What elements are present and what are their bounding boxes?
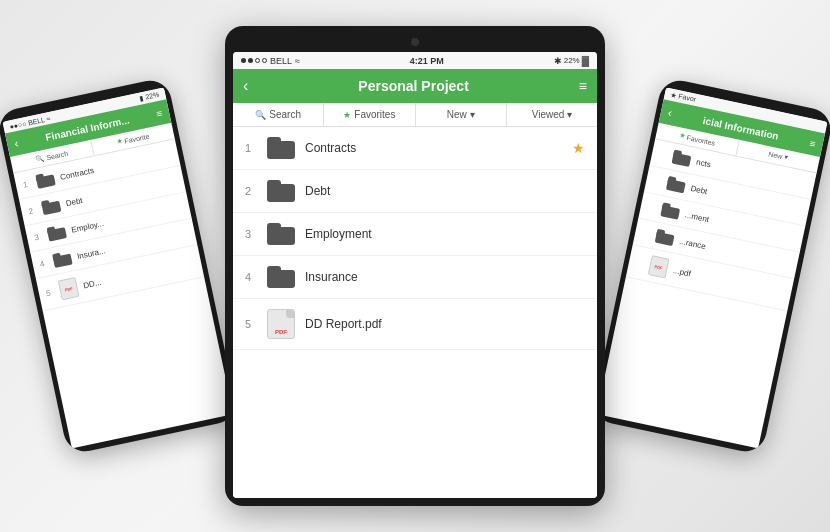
file-number: 1 (245, 142, 257, 154)
file-number: 2 (245, 185, 257, 197)
file-name: ncts (695, 157, 711, 169)
signal-dot-4 (262, 58, 267, 63)
list-item[interactable]: 4 Insurance (233, 256, 597, 299)
folder-icon (267, 223, 295, 245)
list-item[interactable]: 1 Contracts ★ (233, 127, 597, 170)
favorites-button[interactable]: ★ Favorites (324, 103, 415, 126)
new-button[interactable]: New ▾ (416, 103, 507, 126)
list-item[interactable]: 5 DD Report.pdf (233, 299, 597, 350)
file-name: ...ment (684, 210, 710, 224)
folder-icon (655, 229, 676, 246)
file-name: DD... (82, 277, 102, 290)
status-left: BELL ≈ (241, 56, 300, 66)
phone-left-file-list: 1 Contracts 2 Debt 3 Employ... 4 (14, 139, 234, 448)
signal-dot-2 (248, 58, 253, 63)
folder-icon (671, 150, 692, 167)
back-button[interactable]: ‹ (243, 77, 248, 95)
star-icon: ★ (678, 131, 686, 140)
status-bar: BELL ≈ 4:21 PM ✱ 22% ▓ (233, 52, 597, 69)
phone-left-back-btn[interactable]: ‹ (13, 136, 20, 151)
app-header: ‹ Personal Project ≡ (233, 69, 597, 103)
phone-left-device: ●●○○ BELL ≈ ▮ 22% ‹ Financial Inform... … (0, 77, 239, 456)
file-number: 4 (39, 258, 49, 268)
search-icon: 🔍 (35, 154, 45, 164)
battery-icon: ▓ (582, 55, 589, 66)
phone-right-favorites-label: Favorites (686, 133, 716, 146)
viewed-button[interactable]: Viewed ▾ (507, 103, 597, 126)
tablet-camera (411, 38, 419, 46)
battery-label: 22% (564, 56, 580, 65)
star-icon: ★ (343, 110, 351, 120)
signal-dot-1 (241, 58, 246, 63)
tablet-device: BELL ≈ 4:21 PM ✱ 22% ▓ ‹ Personal Projec… (225, 26, 605, 506)
file-name: Debt (65, 195, 83, 207)
file-number: 5 (245, 318, 257, 330)
folder-icon (52, 251, 73, 268)
bluetooth-icon: ✱ (554, 56, 562, 66)
scene: ●●○○ BELL ≈ ▮ 22% ‹ Financial Inform... … (0, 0, 830, 532)
folder-icon (41, 198, 62, 215)
folder-icon (660, 202, 681, 219)
wifi-icon: ≈ (295, 56, 300, 66)
file-name: ...rance (679, 236, 707, 250)
file-number (659, 153, 667, 155)
signal-dot-3 (255, 58, 260, 63)
file-number (648, 206, 656, 208)
folder-icon (35, 171, 56, 188)
file-number: 4 (245, 271, 257, 283)
file-name: ...pdf (672, 266, 691, 279)
search-icon: 🔍 (255, 110, 266, 120)
toolbar: 🔍 Search ★ Favorites New ▾ Viewed ▾ (233, 103, 597, 127)
file-name: Debt (690, 183, 708, 195)
pdf-icon: PDF (648, 255, 670, 278)
file-number (636, 262, 644, 264)
carrier-label: BELL (270, 56, 292, 66)
file-name: Contracts (59, 165, 94, 181)
file-name: Insura... (76, 246, 106, 261)
file-number: 3 (245, 228, 257, 240)
viewed-label: Viewed ▾ (532, 109, 572, 120)
new-label: New ▾ (447, 109, 475, 120)
file-name: Debt (305, 184, 585, 198)
phone-right-file-list: ncts Debt ...ment ...rance (597, 139, 817, 448)
pdf-icon: PDF (58, 277, 80, 300)
search-label: Search (269, 109, 301, 120)
file-number: 1 (22, 179, 32, 189)
folder-icon (47, 224, 68, 241)
file-name: Employment (305, 227, 585, 241)
list-item[interactable]: 3 Employment (233, 213, 597, 256)
folder-icon (666, 176, 687, 193)
menu-button[interactable]: ≡ (579, 78, 587, 94)
tablet-screen: BELL ≈ 4:21 PM ✱ 22% ▓ ‹ Personal Projec… (233, 52, 597, 498)
phone-left-menu-btn[interactable]: ≡ (155, 107, 163, 119)
favorites-label: Favorites (354, 109, 395, 120)
pdf-icon (267, 309, 295, 339)
starred-icon[interactable]: ★ (572, 140, 585, 156)
phone-right-device: ★ Favor ‹ icial Information ≡ ★ Favorite… (591, 77, 830, 456)
file-number (642, 233, 650, 235)
folder-icon (267, 266, 295, 288)
folder-icon (267, 180, 295, 202)
time-label: 4:21 PM (410, 56, 444, 66)
star-icon: ★ (116, 137, 124, 146)
phone-right-menu-btn[interactable]: ≡ (809, 137, 817, 149)
file-name: Employ... (71, 219, 105, 235)
status-right: ✱ 22% ▓ (554, 55, 589, 66)
search-button[interactable]: 🔍 Search (233, 103, 324, 126)
file-number: 2 (28, 205, 38, 215)
file-name: DD Report.pdf (305, 317, 585, 331)
file-number: 3 (33, 232, 43, 242)
phone-left-screen: ●●○○ BELL ≈ ▮ 22% ‹ Financial Inform... … (2, 87, 233, 448)
file-number (654, 180, 662, 182)
app-title: Personal Project (358, 78, 469, 94)
file-name: Contracts (305, 141, 562, 155)
phone-right-back-btn[interactable]: ‹ (667, 106, 674, 121)
file-name: Insurance (305, 270, 585, 284)
phone-left-favorites-label: Favorite (124, 132, 150, 144)
phone-left-search-label: Search (46, 149, 69, 160)
file-number: 5 (45, 287, 55, 297)
phone-right-new-label: New ▾ (768, 150, 789, 162)
list-item[interactable]: 2 Debt (233, 170, 597, 213)
file-list: 1 Contracts ★ 2 Debt 3 Employment 4 (233, 127, 597, 498)
signal-dots (241, 58, 267, 63)
